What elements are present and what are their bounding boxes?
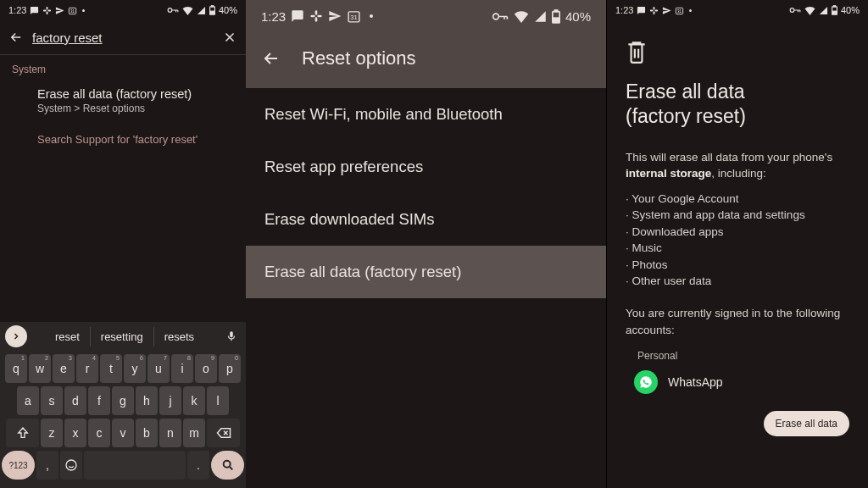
period-key[interactable]: . — [187, 451, 209, 480]
key-k[interactable]: k — [183, 386, 205, 415]
vpn-icon — [167, 7, 179, 14]
key-r[interactable]: r4 — [76, 354, 98, 383]
status-bar: 1:23 31 40% — [0, 0, 246, 20]
key-y[interactable]: y6 — [124, 354, 146, 383]
svg-rect-13 — [315, 17, 318, 21]
status-time: 1:23 — [8, 5, 26, 15]
emoji-key[interactable] — [60, 451, 82, 480]
symbols-key[interactable]: ?123 — [2, 451, 35, 480]
key-s[interactable]: s — [41, 386, 63, 415]
signal-icon — [819, 6, 828, 15]
bullet-item: · Other user data — [626, 273, 849, 290]
wifi-icon — [182, 6, 193, 15]
calendar-icon: 31 — [675, 6, 684, 15]
reset-wifi-option[interactable]: Reset Wi-Fi, mobile and Bluetooth — [246, 88, 606, 141]
suggestion-bar: reset resetting resets — [0, 322, 246, 351]
send-icon — [328, 9, 342, 23]
status-time: 1:23 — [615, 5, 633, 15]
svg-rect-24 — [650, 9, 654, 11]
key-l[interactable]: l — [207, 386, 229, 415]
svg-rect-20 — [554, 10, 557, 12]
key-g[interactable]: g — [112, 386, 134, 415]
key-n[interactable]: n — [159, 419, 181, 447]
trash-icon — [626, 39, 849, 64]
key-u[interactable]: u7 — [147, 354, 170, 383]
key-d[interactable]: d — [64, 386, 86, 415]
back-icon[interactable] — [261, 48, 281, 69]
key-t[interactable]: t5 — [100, 354, 122, 383]
svg-rect-0 — [47, 6, 48, 9]
comma-key[interactable]: , — [36, 451, 58, 480]
key-z[interactable]: z — [41, 419, 63, 447]
key-a[interactable]: a — [17, 386, 39, 415]
expand-icon[interactable] — [5, 325, 27, 347]
search-settings-screen: 1:23 31 40% System Erase all data (facto… — [0, 0, 246, 488]
key-v[interactable]: v — [112, 419, 134, 447]
erase-all-data-button[interactable]: Erase all data — [764, 411, 849, 436]
search-key[interactable] — [211, 451, 244, 480]
key-c[interactable]: c — [88, 419, 110, 447]
page-title: Reset options — [302, 47, 416, 69]
erase-all-data-option[interactable]: Erase all data (factory reset) — [246, 246, 606, 298]
suggestion-item[interactable]: resetting — [91, 327, 154, 347]
key-o[interactable]: o9 — [195, 354, 217, 383]
key-p[interactable]: p0 — [219, 354, 241, 383]
key-x[interactable]: x — [64, 419, 86, 447]
message-icon — [637, 6, 646, 15]
dot-icon — [82, 9, 85, 12]
send-icon — [55, 6, 64, 15]
search-support-link[interactable]: Search Support for 'factory reset' — [0, 121, 246, 152]
erase-sims-option[interactable]: Erase downloaded SIMs — [246, 193, 606, 246]
dot-icon — [370, 14, 373, 18]
key-h[interactable]: h — [136, 386, 158, 415]
reset-options-screen: 1:23 31 40% Reset options Reset Wi-Fi, m… — [246, 0, 606, 488]
category-label: System — [0, 55, 246, 80]
svg-rect-22 — [654, 6, 655, 9]
reset-app-prefs-option[interactable]: Reset app preferences — [246, 141, 606, 193]
svg-text:31: 31 — [677, 8, 682, 13]
calendar-icon: 31 — [68, 6, 77, 15]
slack-icon — [42, 6, 52, 15]
bullet-list: · Your Google Account· System and app da… — [626, 191, 849, 290]
keyboard-row-3: zxcvbnm — [2, 419, 244, 447]
key-m[interactable]: m — [183, 419, 205, 447]
key-b[interactable]: b — [136, 419, 158, 447]
search-result[interactable]: Erase all data (factory reset) System > … — [0, 80, 246, 121]
key-q[interactable]: q1 — [5, 354, 27, 383]
svg-rect-23 — [654, 11, 655, 14]
erase-all-data-screen: 1:23 31 40% Erase all data(factory reset… — [606, 0, 868, 488]
battery-icon — [552, 9, 560, 24]
battery-percent: 40% — [565, 9, 591, 24]
clear-icon[interactable] — [222, 30, 237, 45]
key-f[interactable]: f — [88, 386, 110, 415]
suggestion-item[interactable]: reset — [45, 327, 91, 347]
signed-in-text: You are currently signed in to the follo… — [626, 305, 849, 338]
space-key[interactable] — [84, 451, 186, 480]
backspace-key[interactable] — [207, 419, 240, 447]
key-i[interactable]: i8 — [171, 354, 193, 383]
svg-rect-14 — [311, 15, 315, 18]
shift-key[interactable] — [6, 419, 39, 447]
svg-rect-15 — [318, 15, 322, 18]
suggestion-item[interactable]: resets — [154, 327, 204, 347]
svg-rect-3 — [48, 9, 52, 11]
keyboard-row-2: asdfghjkl — [2, 386, 244, 415]
bullet-item: · Your Google Account — [626, 191, 849, 208]
key-w[interactable]: w2 — [29, 354, 51, 383]
svg-point-10 — [66, 460, 76, 470]
calendar-icon: 31 — [347, 9, 361, 24]
search-input[interactable] — [32, 30, 214, 45]
key-j[interactable]: j — [159, 386, 181, 415]
slack-icon — [649, 6, 659, 15]
bullet-item: · Music — [626, 240, 849, 257]
back-icon[interactable] — [8, 30, 24, 45]
svg-rect-25 — [655, 9, 659, 11]
svg-rect-8 — [211, 6, 213, 7]
status-time: 1:23 — [261, 9, 286, 24]
mic-icon[interactable] — [222, 327, 241, 346]
account-row: WhatsApp — [634, 370, 849, 394]
key-e[interactable]: e3 — [53, 354, 75, 383]
vpn-icon — [492, 12, 509, 21]
svg-point-11 — [223, 461, 230, 468]
svg-rect-9 — [210, 11, 214, 14]
